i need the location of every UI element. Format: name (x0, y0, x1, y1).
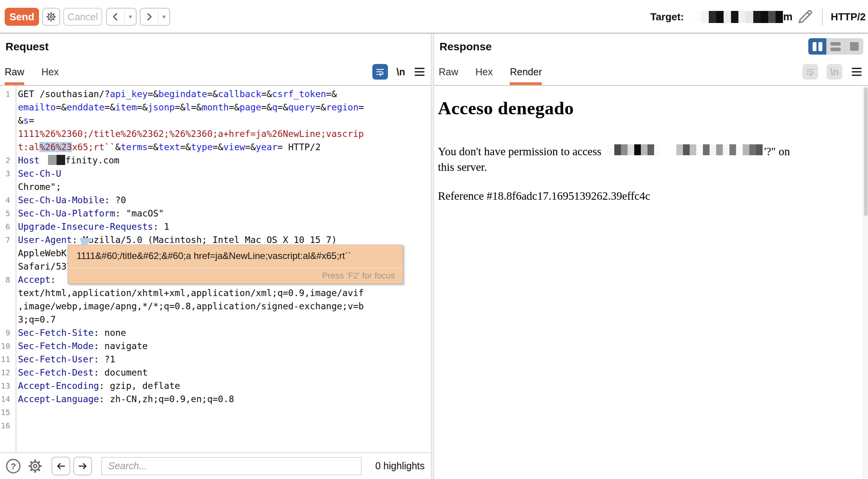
response-title: Response (439, 41, 492, 53)
chevron-left-icon[interactable] (107, 12, 125, 21)
response-scrollbar-thumb[interactable] (864, 87, 868, 216)
render-paragraph-text: You don't have permission to access (438, 145, 601, 158)
target-host-tail: m (783, 11, 792, 23)
search-next-arrow-icon[interactable] (73, 457, 92, 475)
response-panel: Response Raw Hex Render \n (434, 34, 868, 479)
response-tab-hex[interactable]: Hex (475, 66, 493, 85)
response-tab-raw[interactable]: Raw (439, 66, 458, 85)
help-icon[interactable]: ? (5, 458, 22, 475)
word-wrap-disabled-icon (802, 64, 818, 80)
response-tabs: Raw Hex Render (434, 66, 559, 85)
code-row: emailto=&enddate=&item=&jsonp=&l=&month=… (0, 101, 431, 114)
request-title: Request (5, 41, 48, 53)
search-input[interactable] (101, 457, 361, 475)
request-header-icons: \n (372, 64, 425, 80)
code-row: 5Sec-Ch-Ua-Platform: "macOS" (0, 207, 431, 220)
show-newlines-disabled-icon: \n (827, 64, 842, 80)
next-request-button[interactable]: ▼ (140, 8, 170, 26)
send-button[interactable]: Send (5, 8, 39, 26)
code-row: 14Accept-Language: zh-CN,zh;q=0.9,en;q=0… (0, 392, 431, 406)
code-row: 16 (0, 419, 431, 432)
layout-columns-icon[interactable] (808, 38, 827, 55)
code-row: 3Sec-Ch-U (0, 167, 431, 180)
word-wrap-icon[interactable] (372, 64, 388, 80)
send-settings-gear-icon[interactable] (42, 8, 60, 26)
code-row: 1GET /southasian/?api_key=&begindate=&ca… (0, 87, 431, 101)
tooltip-hint: Press 'F2' for focus (322, 271, 395, 281)
request-header: Request Raw Hex \n (0, 34, 431, 86)
request-menu-hamburger-icon[interactable] (414, 67, 425, 77)
top-toolbar: Send Cancel ▼ ▼ (0, 0, 868, 34)
edit-target-pencil-icon[interactable] (796, 8, 814, 26)
tooltip-text: 1111&#60;/title&#62;&#60;a href=ja&NewLi… (76, 250, 351, 261)
request-tabs: Raw Hex (0, 66, 76, 85)
search-previous-arrow-icon[interactable] (52, 457, 70, 475)
code-row: 10Sec-Fetch-Mode: navigate (0, 339, 431, 353)
request-panel: Request Raw Hex \n 1GET /southasian/?api… (0, 34, 431, 479)
layout-rows-icon[interactable] (827, 38, 845, 55)
request-tab-raw[interactable]: Raw (5, 66, 24, 85)
response-render-view: Acceso denegado You don't have permissio… (434, 87, 863, 478)
code-row: t:al%26%23x65;rt``&terms=&text=&type=&vi… (0, 140, 431, 154)
code-row: 11Sec-Fetch-User: ?1 (0, 353, 431, 366)
layout-switcher (808, 38, 863, 55)
code-row: text/html,application/xhtml+xml,applicat… (0, 286, 431, 300)
payload-tooltip: 1111&#60;/title&#62;&#60;a href=ja&NewLi… (68, 245, 403, 284)
response-tab-render[interactable]: Render (510, 66, 542, 85)
code-row: 9Sec-Fetch-Site: none (0, 326, 431, 339)
render-paragraph-line2: this server. (438, 161, 487, 173)
target-label: Target: (650, 11, 684, 23)
highlights-count: 0 highlights (375, 460, 425, 472)
render-reference: Reference #18.8f6adc17.1695139262.39effc… (438, 190, 852, 202)
code-row: 1111%26%2360;/title%26%2362;%26%2360;a+h… (0, 127, 431, 140)
previous-dropdown-caret-icon[interactable]: ▼ (125, 11, 136, 23)
target-host-redacted (694, 11, 783, 23)
code-row: 12Sec-Fetch-Dest: document (0, 366, 431, 379)
previous-request-button[interactable]: ▼ (106, 8, 137, 26)
response-menu-hamburger-icon[interactable] (851, 67, 863, 77)
cancel-button[interactable]: Cancel (63, 8, 102, 26)
code-row: Chrome"; (0, 180, 431, 193)
render-paragraph-tail: '?" on (764, 145, 790, 158)
code-row: ,image/webp,image/apng,*/*;q=0.8,applica… (0, 300, 431, 313)
code-row: 15 (0, 406, 431, 419)
code-row: &s= (0, 114, 431, 127)
request-tab-hex[interactable]: Hex (41, 66, 59, 85)
panel-resize-divider[interactable] (431, 34, 434, 479)
request-search-bar: ? (0, 452, 431, 479)
code-row: 2Hostfinity.com (0, 154, 431, 167)
layout-single-icon[interactable] (845, 38, 863, 55)
request-editor[interactable]: 1GET /southasian/?api_key=&begindate=&ca… (0, 86, 431, 452)
render-heading: Acceso denegado (438, 98, 852, 119)
code-row: 3;q=0.7 (0, 313, 431, 326)
target-zone: Target: m HTTP/2 (650, 0, 868, 34)
svg-text:?: ? (11, 461, 16, 471)
next-dropdown-caret-icon[interactable]: ▼ (158, 11, 169, 23)
code-row: 13Accept-Encoding: gzip, deflate (0, 379, 431, 392)
render-paragraph: You don't have permission to access'?" o… (438, 144, 852, 175)
toolbar-divider (822, 8, 823, 25)
render-url-redacted-1 (608, 144, 661, 155)
response-header: Response Raw Hex Render \n (434, 34, 868, 86)
tooltip-divider (68, 268, 403, 268)
code-row: 4Sec-Ch-Ua-Mobile: ?0 (0, 193, 431, 207)
show-newlines-icon[interactable]: \n (397, 66, 405, 78)
render-url-redacted-2 (676, 144, 763, 155)
protocol-label: HTTP/2 (831, 11, 866, 23)
search-settings-gear-icon[interactable] (27, 458, 43, 474)
code-row: 6Upgrade-Insecure-Requests: 1 (0, 220, 431, 233)
chevron-right-icon[interactable] (141, 12, 158, 21)
response-header-icons: \n (802, 64, 863, 80)
response-scrollbar[interactable] (863, 87, 868, 478)
